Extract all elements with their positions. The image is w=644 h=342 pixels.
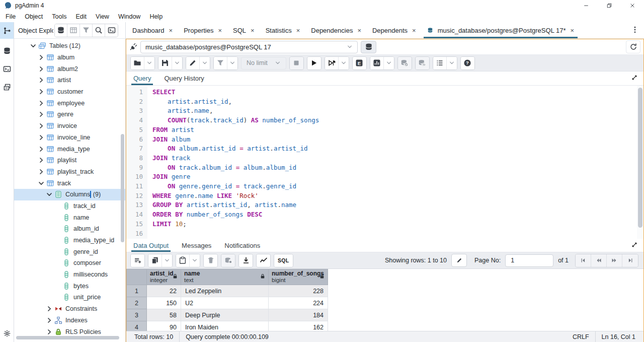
tab-data-output[interactable]: Data Output — [133, 239, 169, 252]
sidebar-horizontal-scrollbar[interactable] — [16, 336, 119, 339]
explain-analyze-options-button[interactable] — [384, 57, 394, 70]
copy-options-button[interactable] — [162, 254, 172, 267]
cell-artist_id[interactable]: 90 — [147, 321, 181, 331]
tree-node-columns-9[interactable]: Columns (9) — [14, 189, 125, 200]
new-connection-button[interactable] — [361, 41, 376, 53]
copy-button[interactable] — [148, 254, 162, 267]
tree-node-genre-id[interactable]: genre_id — [14, 246, 125, 257]
page-number-input[interactable]: 1 — [505, 254, 553, 267]
tree-node-milliseconds[interactable]: milliseconds — [14, 269, 125, 281]
row-number[interactable]: 2 — [127, 297, 147, 309]
expand-chevron-icon[interactable] — [37, 168, 45, 176]
tab-query[interactable]: Query — [133, 72, 151, 85]
tab-messages[interactable]: Messages — [182, 239, 211, 252]
tree-node-constraints[interactable]: Constraints — [14, 303, 125, 315]
expand-chevron-icon[interactable] — [45, 316, 53, 324]
close-tab-icon[interactable]: × — [412, 27, 416, 34]
menu-object[interactable]: Object — [20, 13, 47, 20]
expand-chevron-icon[interactable] — [45, 328, 53, 336]
column-header-name[interactable]: nametext — [181, 269, 269, 285]
tab-query-tool[interactable]: music_database/postgres@PostgreSQL 17*× — [422, 22, 580, 38]
tree-node-bytes[interactable]: bytes — [14, 280, 125, 292]
restore-button[interactable] — [598, 0, 621, 11]
tree-node-customer[interactable]: customer — [14, 86, 125, 98]
close-button[interactable] — [621, 0, 644, 11]
rail-object-explorer-button[interactable] — [0, 22, 14, 39]
tab-dashboard[interactable]: Dashboard× — [127, 22, 178, 38]
rollback-button[interactable] — [416, 57, 429, 70]
save-file-options-button[interactable] — [172, 57, 182, 70]
commit-button[interactable] — [398, 57, 412, 70]
maximize-output-button[interactable] — [631, 242, 637, 249]
close-tab-icon[interactable]: × — [251, 27, 255, 34]
tab-dependents[interactable]: Dependents× — [367, 22, 422, 38]
tab-dependencies[interactable]: Dependencies× — [305, 22, 367, 38]
rail-processes-button[interactable] — [0, 81, 14, 93]
collapse-chevron-icon[interactable] — [29, 42, 37, 50]
add-row-button[interactable] — [131, 254, 144, 267]
macros-options-button[interactable] — [447, 57, 457, 70]
menu-file[interactable]: File — [1, 13, 20, 20]
refresh-button[interactable] — [626, 40, 640, 53]
cell-number_of_songs[interactable]: 162 — [269, 321, 328, 331]
cell-name[interactable]: Iron Maiden — [181, 321, 269, 331]
execute-options-button[interactable] — [325, 57, 339, 70]
expand-chevron-icon[interactable] — [37, 156, 45, 164]
cell-name[interactable]: Led Zeppelin — [181, 285, 269, 297]
rail-servers-button[interactable] — [0, 45, 14, 57]
previous-page-button[interactable] — [591, 254, 607, 267]
first-page-button[interactable] — [576, 254, 591, 267]
tree-node-genre[interactable]: genre — [14, 109, 125, 120]
maximize-editor-button[interactable] — [631, 75, 637, 82]
close-tab-icon[interactable]: × — [218, 27, 222, 34]
edit-options-button[interactable] — [200, 57, 210, 70]
cell-number_of_songs[interactable]: 184 — [269, 309, 328, 321]
tree-node-tables-12[interactable]: Tables (12) — [14, 40, 125, 52]
view-data-button[interactable] — [67, 24, 80, 37]
expand-chevron-icon[interactable] — [45, 305, 53, 313]
menu-view[interactable]: View — [91, 13, 114, 20]
tab-overflow-menu-button[interactable] — [626, 26, 644, 35]
cell-artist_id[interactable]: 58 — [147, 309, 181, 321]
chart-button[interactable] — [257, 254, 270, 267]
tree-node-employee[interactable]: employee — [14, 97, 125, 109]
editor-scrollbar-thumb[interactable] — [638, 88, 642, 228]
tree-node-composer[interactable]: composer — [14, 257, 125, 269]
save-file-button[interactable] — [158, 57, 172, 70]
menu-tools[interactable]: Tools — [47, 13, 71, 20]
cell-number_of_songs[interactable]: 228 — [269, 285, 328, 297]
collapse-chevron-icon[interactable] — [45, 190, 53, 198]
tree-node-album2[interactable]: album2 — [14, 63, 125, 75]
execute-options-options-button[interactable] — [339, 57, 349, 70]
expand-chevron-icon[interactable] — [37, 145, 45, 153]
search-objects-button[interactable] — [93, 24, 105, 37]
explain-button[interactable]: E — [353, 57, 366, 70]
filtered-rows-button[interactable] — [80, 24, 93, 37]
rail-settings-button[interactable] — [0, 326, 14, 341]
tree-node-album[interactable]: album — [14, 52, 125, 63]
tree-node-name[interactable]: name — [14, 212, 125, 223]
connection-status-icon[interactable] — [129, 43, 137, 51]
tab-notifications[interactable]: Notifications — [224, 239, 260, 252]
filter-options-button[interactable] — [227, 57, 237, 70]
sql-code[interactable]: SELECT artist.artist_id, artist.name, CO… — [147, 86, 637, 239]
next-page-button[interactable] — [607, 254, 622, 267]
paste-button[interactable] — [176, 254, 190, 267]
cancel-query-button[interactable] — [290, 57, 303, 70]
connection-select[interactable]: music_database/postgres@PostgreSQL 17 — [140, 41, 358, 53]
menu-window[interactable]: Window — [114, 13, 145, 20]
query-tool-button[interactable] — [105, 24, 118, 37]
editor-scrollbar[interactable] — [637, 86, 643, 239]
open-file-button[interactable] — [131, 57, 144, 70]
select-all-corner[interactable] — [127, 269, 147, 285]
delete-row-button[interactable] — [204, 254, 217, 267]
column-header-number_of_songs[interactable]: number_of_songsbigint — [269, 269, 328, 285]
save-data-changes-button[interactable] — [221, 254, 235, 267]
explain-analyze-button[interactable] — [370, 57, 384, 70]
tree-node-invoice[interactable]: invoice — [14, 120, 125, 132]
tab-sql[interactable]: SQL× — [227, 22, 260, 38]
tree-node-indexes[interactable]: Indexes — [14, 315, 125, 326]
limit-select[interactable]: No limit — [241, 57, 286, 70]
row-number[interactable]: 4 — [127, 321, 147, 331]
expand-chevron-icon[interactable] — [37, 133, 45, 142]
